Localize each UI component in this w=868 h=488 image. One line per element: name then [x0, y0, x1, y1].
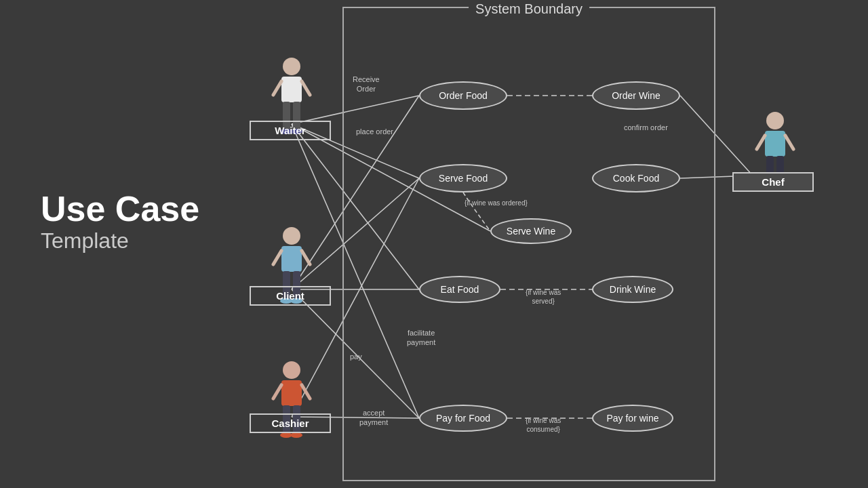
label-place-order: place order — [356, 127, 393, 136]
label-confirm-order: confirm order — [624, 123, 668, 131]
svg-rect-33 — [281, 380, 302, 406]
svg-line-35 — [302, 385, 310, 399]
svg-point-32 — [283, 361, 300, 379]
svg-line-19 — [302, 81, 310, 95]
chef-box: Chef — [732, 172, 814, 192]
usecase-order-food: Order Food — [419, 81, 507, 110]
usecase-drink-wine: Drink Wine — [592, 276, 673, 303]
svg-point-24 — [283, 227, 300, 245]
title-section: Use Case Template — [41, 190, 199, 253]
label-receive-order: Receive Order — [353, 75, 380, 94]
label-if-wine-consumed: {if wine was consumed} — [526, 416, 561, 434]
label-accept-payment: accept payment — [359, 408, 388, 428]
label-if-wine-served: {if wine was served} — [526, 288, 561, 306]
svg-rect-41 — [765, 131, 785, 157]
svg-line-18 — [273, 81, 281, 95]
label-facilitate-payment: facilitate payment — [407, 328, 435, 348]
waiter-box: Waiter — [250, 121, 331, 140]
svg-line-34 — [273, 385, 281, 399]
svg-line-43 — [785, 136, 793, 149]
svg-point-39 — [290, 432, 302, 438]
usecase-serve-wine: Serve Wine — [490, 218, 572, 244]
svg-point-40 — [766, 112, 784, 129]
title-sub: Template — [41, 228, 199, 253]
svg-line-42 — [757, 136, 765, 149]
system-boundary-label: System Boundary — [469, 1, 589, 17]
cashier-box: Cashier — [250, 413, 331, 433]
usecase-cook-food: Cook Food — [592, 164, 680, 192]
svg-point-16 — [283, 58, 300, 75]
usecase-order-wine: Order Wine — [592, 81, 680, 110]
client-box: Client — [250, 286, 331, 306]
svg-line-27 — [302, 251, 310, 264]
usecase-pay-for-wine: Pay for wine — [592, 405, 673, 432]
usecase-pay-for-food: Pay for Food — [419, 405, 507, 432]
svg-rect-17 — [281, 77, 302, 102]
label-if-wine-ordered: {if wine was ordered} — [465, 199, 528, 207]
usecase-eat-food: Eat Food — [419, 276, 500, 303]
svg-line-26 — [273, 251, 281, 264]
label-pay: pay — [350, 352, 362, 361]
title-main: Use Case — [41, 190, 199, 228]
svg-rect-25 — [281, 246, 302, 272]
usecase-serve-food: Serve Food — [419, 164, 507, 192]
